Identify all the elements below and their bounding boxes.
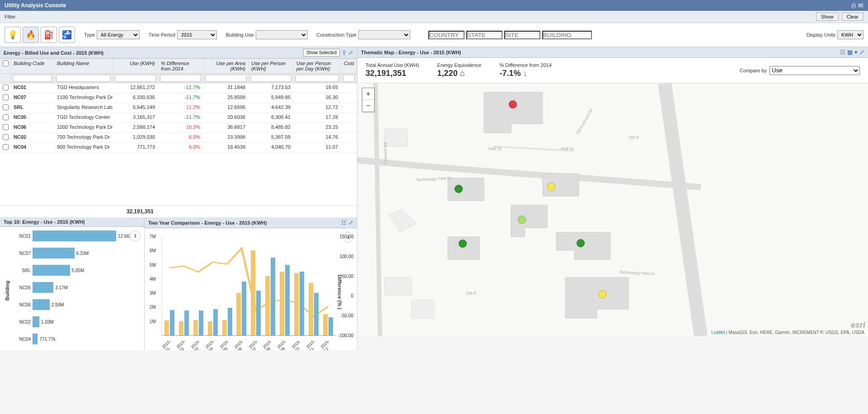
fuel-icon[interactable]: ⛽ <box>41 27 57 43</box>
col-cost[interactable]: Cost <box>341 59 357 73</box>
app-title: Utility Analysis Console <box>5 2 66 9</box>
equiv-value: 1,220 ⌂ <box>437 69 482 78</box>
col-name[interactable]: Building Name <box>54 59 113 73</box>
compare-title: Two Year Comparison - Energy - Use - 201… <box>148 220 267 226</box>
construction-type-label: Construction Type <box>317 32 357 38</box>
filter-cost[interactable] <box>343 75 355 82</box>
col-diff[interactable]: % Difference from 2014 <box>158 59 203 73</box>
col-area[interactable]: Use per Area (KWH) <box>203 59 249 73</box>
col-code[interactable]: Building Code <box>11 59 54 73</box>
compare-header: Two Year Comparison - Energy - Use - 201… <box>145 217 357 228</box>
display-units-select[interactable]: KWH <box>837 30 863 39</box>
country-input[interactable] <box>428 31 464 39</box>
filter-name[interactable] <box>56 75 111 82</box>
top10-y-title: Building <box>5 281 10 301</box>
map-marker[interactable] <box>518 216 526 224</box>
period-select[interactable]: 2015 <box>177 30 217 39</box>
diff-value: -7.1% ↓ <box>499 69 551 78</box>
grid-total: 32,191,351 <box>0 205 357 217</box>
thematic-map[interactable]: Wall St Wall St Technology Park Dr Techn… <box>357 83 868 336</box>
total-use-value: 32,191,351 <box>366 69 419 78</box>
display-units-label: Display Units <box>807 32 835 38</box>
row-checkbox[interactable] <box>3 94 9 100</box>
legend-icon[interactable]: ☷ <box>840 49 845 56</box>
clear-button[interactable]: Clear <box>842 13 863 21</box>
expand-icon[interactable]: ⤢ <box>348 49 353 56</box>
show-button[interactable]: Show <box>816 13 839 21</box>
map-marker[interactable] <box>455 185 463 193</box>
legend-icon[interactable]: ☷ <box>341 219 347 226</box>
svg-marker-1 <box>448 178 484 201</box>
svg-marker-10 <box>412 300 434 318</box>
compare-by-select[interactable]: Use <box>769 66 860 75</box>
toolbar: 💡 🔥 ⛽ 🚰 Type All Energy Time Period 2015… <box>0 23 868 47</box>
top10-chart: ⬇ Building NC0112.66MNC076.33MSRL5.65MNC… <box>0 227 144 349</box>
svg-marker-9 <box>385 278 412 296</box>
filter-bar: Filter Show Clear <box>0 11 868 23</box>
table-row[interactable]: NC02 700 Technology Park Dr 1,029,030 6.… <box>0 133 357 143</box>
expand-icon[interactable]: ⤢ <box>348 219 353 226</box>
show-selected-button[interactable]: Show Selected <box>303 49 340 56</box>
filter-personday[interactable] <box>296 75 339 82</box>
table-row[interactable]: NC05 TGD Technology Center 3,165,317 -11… <box>0 113 357 123</box>
map-marker[interactable] <box>598 290 606 298</box>
svg-marker-7 <box>385 128 407 146</box>
row-checkbox[interactable] <box>3 144 9 150</box>
thematic-header: Thematic Map - Energy - Use - 2015 (KWH)… <box>357 47 868 58</box>
map-marker[interactable] <box>459 240 467 248</box>
download-icon[interactable]: ⬇ <box>130 231 141 241</box>
filter-code[interactable] <box>13 75 52 82</box>
table-row[interactable]: NC06 1000 Technology Park Dr 2,588,174 1… <box>0 123 357 133</box>
filter-person[interactable] <box>250 75 291 82</box>
type-select[interactable]: All Energy <box>97 30 140 39</box>
building-input[interactable] <box>542 31 592 39</box>
thematic-summary: Total Annual Use (KWH) 32,191,351 Energy… <box>357 58 868 83</box>
row-checkbox[interactable] <box>3 114 9 120</box>
data-grid: Building Code Building Name Use (KWH) % … <box>0 59 357 205</box>
filter-label: Filter <box>5 14 15 19</box>
period-label: Time Period <box>149 32 175 38</box>
map-marker[interactable] <box>577 239 585 247</box>
layers-icon[interactable]: ▦ <box>847 49 853 56</box>
mail-icon[interactable]: ✉ <box>858 2 863 9</box>
table-row[interactable]: SRL Singularity Research Lab 5,645,149 1… <box>0 103 357 113</box>
map-zoom: + − <box>362 88 375 112</box>
filter-diff[interactable] <box>160 75 201 82</box>
col-personday[interactable]: Use per Person per Day (KWH) <box>294 59 341 73</box>
col-use[interactable]: Use (KWH) <box>113 59 158 73</box>
gas-icon[interactable]: 🔥 <box>23 27 39 43</box>
filter-area[interactable] <box>205 75 246 82</box>
map-marker[interactable] <box>509 100 517 108</box>
site-input[interactable] <box>504 31 540 39</box>
table-row[interactable]: NC07 1100 Technology Park Dr 6,330,636 -… <box>0 93 357 103</box>
row-checkbox[interactable] <box>3 104 9 110</box>
map-marker[interactable] <box>547 183 555 191</box>
zoom-in-button[interactable]: + <box>362 88 374 100</box>
water-icon[interactable]: 🚰 <box>59 27 75 43</box>
expand-icon[interactable]: ⤢ <box>859 49 864 56</box>
zoom-out-button[interactable]: − <box>362 100 374 112</box>
export-icon[interactable]: ⇪ <box>342 49 347 56</box>
svg-marker-0 <box>484 92 543 133</box>
grid-title: Energy - Billed Use and Cost - 2015 (KWH… <box>4 50 103 56</box>
electric-icon[interactable]: 💡 <box>5 27 21 43</box>
print-icon[interactable]: ⎙ <box>852 2 855 9</box>
svg-marker-3 <box>511 205 547 237</box>
compare-y2-title: Difference (% ) <box>337 274 342 309</box>
row-checkbox[interactable] <box>3 124 9 130</box>
building-use-select[interactable] <box>256 30 308 39</box>
state-input[interactable] <box>466 31 502 39</box>
filter-use[interactable] <box>115 75 156 82</box>
construction-type-select[interactable] <box>358 30 410 39</box>
row-checkbox[interactable] <box>3 85 9 90</box>
col-person[interactable]: Use per Person (KWH) <box>249 59 294 73</box>
table-row[interactable]: NC04 900 Technology Park Dr 771,773 6.0%… <box>0 143 357 153</box>
select-all-checkbox[interactable] <box>3 61 9 66</box>
table-row[interactable]: NC01 TGD Headquarters 12,661,272 -11.7% … <box>0 83 357 93</box>
app-header: Utility Analysis Console ⎙ ✉ <box>0 0 868 11</box>
row-checkbox[interactable] <box>3 134 9 140</box>
svg-marker-6 <box>565 278 629 318</box>
type-label: Type <box>84 32 95 38</box>
leaflet-link[interactable]: Leaflet <box>711 330 725 335</box>
menu-icon[interactable]: ▾ <box>854 49 858 56</box>
